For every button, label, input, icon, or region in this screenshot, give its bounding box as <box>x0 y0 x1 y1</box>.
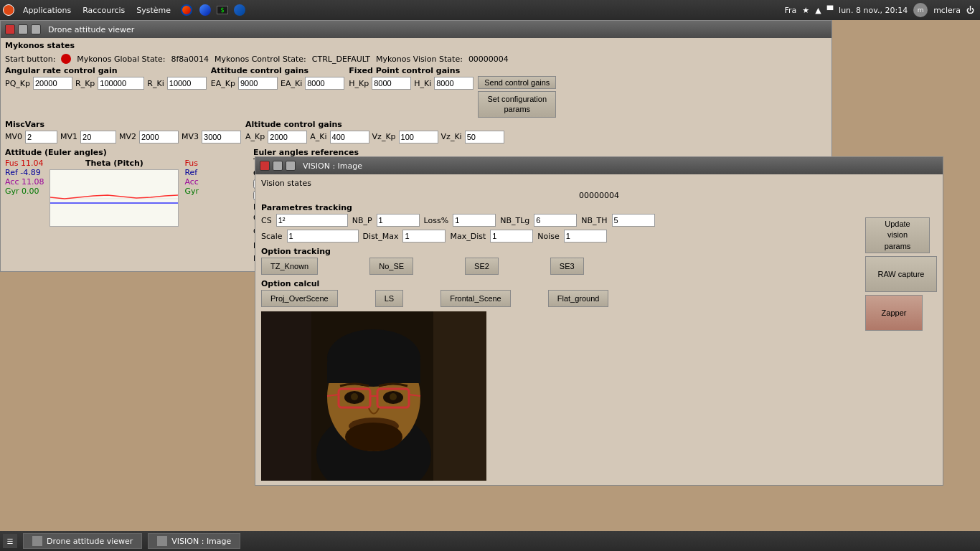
max-dist-label: Max_Dist <box>450 232 486 241</box>
ubuntu-logo[interactable] <box>0 1 17 19</box>
set-config-btn[interactable]: Set configuration params <box>478 91 556 118</box>
flat-ground-btn[interactable]: Flat_ground <box>548 290 609 307</box>
vision-close-btn[interactable] <box>260 161 270 171</box>
menu-raccourcis[interactable]: Raccourcis <box>77 3 131 18</box>
vision-state-label: Mykonos Vision State: <box>376 55 463 64</box>
mv0-input[interactable] <box>25 131 57 143</box>
a-ki-input[interactable] <box>330 131 369 143</box>
max-dist-input[interactable] <box>490 230 533 242</box>
vz-kp-input[interactable] <box>399 131 438 143</box>
menu-applications[interactable]: Applications <box>17 3 77 18</box>
max-btn[interactable] <box>31 24 41 34</box>
option-tracking-label: Option tracking <box>261 247 859 256</box>
mv2-label: MV2 <box>119 132 136 141</box>
grid-icon[interactable]: ☰ <box>3 534 17 548</box>
proj-overscene-btn[interactable]: Proj_OverScene <box>261 290 338 307</box>
raw-capture-btn[interactable]: RAW capture <box>865 256 937 292</box>
update-vision-btn[interactable]: Update vision params <box>865 217 930 253</box>
r-kp-input[interactable] <box>98 77 144 90</box>
mykonos-states-label: Mykonos states <box>5 41 75 50</box>
dist-max-input[interactable] <box>402 230 446 242</box>
send-control-gains-btn[interactable]: Send control gains <box>478 76 556 89</box>
pq-kp-input[interactable] <box>33 77 72 90</box>
wifi-icon: ▲ <box>815 6 821 15</box>
start-dot[interactable] <box>61 54 71 64</box>
network-icon[interactable] <box>197 4 214 16</box>
terminal-icon[interactable]: $ <box>214 6 231 14</box>
ea-kp-input[interactable] <box>238 77 278 90</box>
a-kp-label: A_Kp <box>245 132 265 141</box>
nb-th-input[interactable] <box>612 214 655 227</box>
mv1-input[interactable] <box>80 131 116 143</box>
browser-icon2[interactable] <box>231 4 248 16</box>
min-btn[interactable] <box>18 24 28 34</box>
svg-point-18 <box>390 393 397 400</box>
params-tracking-label: Parametres tracking <box>261 203 859 212</box>
attitude-chart-area: Attitude (Euler angles) Fus 11.04 Ref -4… <box>5 148 249 268</box>
h-ki-label: H_Ki <box>414 79 431 88</box>
h-ki-input[interactable] <box>434 77 473 90</box>
ref-row: Ref -4.89 <box>5 168 44 177</box>
close-btn[interactable] <box>5 24 15 34</box>
r-ki-input[interactable] <box>167 77 207 90</box>
control-state-value: CTRL_DEFAULT <box>312 55 370 64</box>
ref2-label: Ref <box>184 168 199 177</box>
option-tracking-buttons: TZ_Known No_SE SE2 SE3 <box>261 258 859 275</box>
r-kp-label: R_Kp <box>75 79 95 88</box>
no-se-btn[interactable]: No_SE <box>369 258 413 275</box>
vz-ki-input[interactable] <box>465 131 504 143</box>
ea-kp-label: EA_Kp <box>211 79 235 88</box>
nb-th-label: NB_TH <box>581 216 607 225</box>
user-avatar[interactable]: m <box>913 3 928 17</box>
fus2-label: Fus <box>184 159 199 168</box>
taskbar-left: Applications Raccourcis Système $ <box>0 1 248 19</box>
nb-p-input[interactable] <box>377 214 420 227</box>
se2-btn[interactable]: SE2 <box>465 258 499 275</box>
bottombar: ☰ Drone attitude viewer VISION : Image <box>0 531 980 551</box>
username-label: mclera <box>933 6 961 15</box>
se3-btn[interactable]: SE3 <box>550 258 584 275</box>
drone-titlebar: Drone attitude viewer <box>1 21 831 38</box>
attitude-gain-section: Attitude control gains EA_Kp EA_Ki <box>211 66 344 92</box>
option-calcul-label: Option calcul <box>261 279 859 288</box>
zapper-btn[interactable]: Zapper <box>865 295 923 331</box>
svg-rect-9 <box>327 362 420 383</box>
ea-ki-input[interactable] <box>305 77 344 90</box>
h-kp-input[interactable] <box>372 77 411 90</box>
a-kp-input[interactable] <box>268 131 307 143</box>
tz-known-btn[interactable]: TZ_Known <box>261 258 318 275</box>
frontal-scene-btn[interactable]: Frontal_Scene <box>440 290 511 307</box>
taskbar-drone-btn[interactable]: Drone attitude viewer <box>23 533 142 549</box>
vision-min-btn[interactable] <box>273 161 283 171</box>
loss-input[interactable] <box>453 214 496 227</box>
gyr-row: Gyr 0.00 <box>5 187 44 196</box>
mv3-input[interactable] <box>202 131 241 143</box>
fixed-point-row: H_Kp H_Ki <box>349 77 473 90</box>
firefox-icon[interactable] <box>176 4 197 16</box>
pq-kp-label: PQ_Kp <box>5 79 30 88</box>
vision-state-value: 00000004 <box>468 55 509 64</box>
noise-input[interactable] <box>564 230 607 242</box>
drone-window-title: Drone attitude viewer <box>48 25 134 34</box>
menu-systeme[interactable]: Système <box>131 3 176 18</box>
ls-btn[interactable]: LS <box>375 290 403 307</box>
camera-section <box>261 311 859 481</box>
cs-label: CS <box>261 216 272 225</box>
vz-kp-label: Vz_Kp <box>372 132 396 141</box>
params-row2: Scale Dist_Max Max_Dist Noise <box>261 230 859 242</box>
nb-tlg-input[interactable] <box>534 214 577 227</box>
dist-max-label: Dist_Max <box>363 232 399 241</box>
mv2-input[interactable] <box>139 131 179 143</box>
svg-point-17 <box>351 393 358 400</box>
attitude-gain-row: EA_Kp EA_Ki <box>211 77 344 90</box>
taskbar: Applications Raccourcis Système $ Fra ★ … <box>0 0 980 20</box>
vision-max-btn[interactable] <box>286 161 296 171</box>
mykonos-info-row: Start button: Mykonos Global State: 8f8a… <box>5 54 827 64</box>
power-icon[interactable]: ⏻ <box>966 6 974 15</box>
scale-input[interactable] <box>287 230 359 242</box>
attitude-gain-label: Attitude control gains <box>211 66 344 75</box>
username-initial: m <box>918 6 924 14</box>
control-state-label: Mykonos Control State: <box>215 55 306 64</box>
taskbar-vision-btn[interactable]: VISION : Image <box>148 533 240 549</box>
cs-input[interactable] <box>276 214 348 227</box>
